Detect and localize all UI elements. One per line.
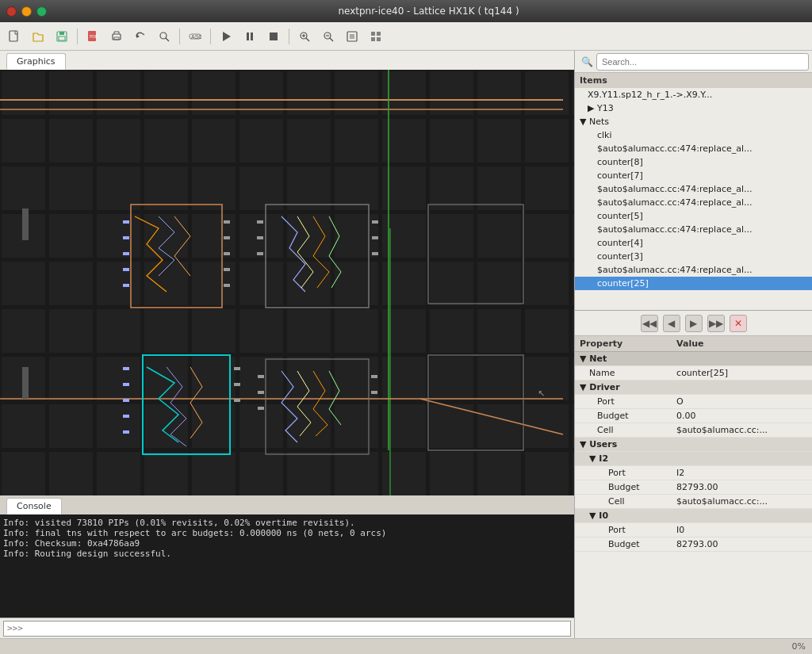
close-button[interactable] bbox=[6, 6, 17, 17]
grid-button[interactable] bbox=[365, 25, 387, 48]
play-button[interactable] bbox=[215, 25, 237, 48]
console-line: Info: visited 73810 PIPs (0.01% revisits… bbox=[3, 518, 571, 528]
first-button[interactable]: ◀◀ bbox=[641, 315, 658, 332]
svg-rect-64 bbox=[234, 367, 240, 370]
prop-subsection-label: ▼ I2 bbox=[575, 452, 812, 466]
svg-rect-62 bbox=[123, 415, 129, 418]
route-button[interactable]: ASG bbox=[184, 25, 206, 48]
svg-rect-56 bbox=[372, 236, 378, 239]
items-tree-section: Items X9.Y11.sp12_h_r_1.->.X9.Y...▶ Y13▼… bbox=[575, 73, 812, 311]
tree-item[interactable]: counter[5] bbox=[575, 209, 812, 223]
svg-rect-63 bbox=[123, 430, 129, 434]
undo-button[interactable] bbox=[129, 25, 151, 48]
property-row: ▼ I2 bbox=[575, 452, 812, 466]
search-input[interactable] bbox=[596, 53, 809, 71]
property-row: Cell$auto$alumacc.cc:... bbox=[575, 423, 812, 438]
save-button[interactable] bbox=[51, 25, 73, 48]
prop-value: 0.00 bbox=[672, 409, 812, 423]
svg-rect-61 bbox=[123, 399, 129, 402]
next-button[interactable]: ▶ bbox=[685, 315, 703, 332]
tree-item[interactable]: $auto$alumacc.cc:474:replace_al... bbox=[575, 223, 812, 236]
tree-item[interactable]: ▶ Y13 bbox=[575, 101, 812, 115]
pdf-button[interactable]: PDF bbox=[82, 25, 104, 48]
svg-rect-70 bbox=[258, 407, 264, 410]
fit-button[interactable] bbox=[341, 25, 363, 48]
console-input[interactable] bbox=[3, 621, 571, 637]
svg-rect-72 bbox=[371, 391, 377, 394]
tree-item[interactable]: counter[4] bbox=[575, 236, 812, 250]
tab-console[interactable]: Console bbox=[6, 498, 62, 514]
svg-rect-41 bbox=[123, 220, 129, 224]
sep3 bbox=[210, 29, 211, 44]
prop-value: 82793.00 bbox=[672, 537, 812, 552]
canvas-area[interactable]: ↖ bbox=[0, 70, 574, 495]
svg-rect-26 bbox=[371, 32, 375, 36]
svg-rect-29 bbox=[377, 37, 381, 41]
search-icon: 🔍 bbox=[578, 56, 593, 67]
tree-item[interactable]: counter[25] bbox=[575, 277, 812, 290]
svg-rect-14 bbox=[247, 33, 249, 40]
prev-button[interactable]: ◀ bbox=[663, 315, 680, 332]
open-button[interactable] bbox=[27, 25, 49, 48]
svg-rect-0 bbox=[10, 31, 17, 41]
tree-item[interactable]: X9.Y11.sp12_h_r_1.->.X9.Y... bbox=[575, 88, 812, 101]
maximize-button[interactable] bbox=[36, 6, 47, 17]
bottom-panel: Console Info: visited 73810 PIPs (0.01% … bbox=[0, 495, 574, 638]
svg-rect-48 bbox=[224, 252, 230, 255]
zoom-in-button[interactable] bbox=[293, 25, 316, 48]
console-tab-bar: Console bbox=[0, 495, 574, 514]
svg-rect-6 bbox=[113, 34, 121, 40]
properties-table: Property Value ▼ NetNamecounter[25]▼ Dri… bbox=[575, 336, 812, 552]
tree-item[interactable]: counter[7] bbox=[575, 169, 812, 182]
tree-item[interactable]: counter[3] bbox=[575, 250, 812, 263]
svg-rect-15 bbox=[251, 33, 253, 40]
svg-rect-54 bbox=[257, 252, 263, 255]
last-button[interactable]: ▶▶ bbox=[707, 315, 725, 332]
svg-rect-25 bbox=[350, 34, 354, 39]
minimize-button[interactable] bbox=[21, 6, 32, 17]
tab-graphics[interactable]: Graphics bbox=[6, 53, 66, 70]
prop-value: counter[25] bbox=[672, 366, 812, 381]
svg-rect-76 bbox=[22, 367, 29, 399]
tree-item[interactable]: ▼ Nets bbox=[575, 115, 812, 128]
svg-rect-71 bbox=[371, 375, 377, 378]
console-line: Info: Routing design successful. bbox=[3, 549, 571, 559]
prop-key: Budget bbox=[575, 409, 672, 423]
titlebar: nextpnr-ice40 - Lattice HX1K ( tq144 ) bbox=[0, 0, 812, 22]
property-row: PortI2 bbox=[575, 466, 812, 480]
tree-item[interactable]: clki bbox=[575, 128, 812, 142]
property-row: ▼ I0 bbox=[575, 509, 812, 523]
svg-rect-47 bbox=[224, 236, 230, 239]
prop-value: $auto$alumacc.cc:... bbox=[672, 423, 812, 438]
tree-item[interactable]: $auto$alumacc.cc:474:replace_al... bbox=[575, 263, 812, 277]
sep1 bbox=[77, 29, 78, 44]
svg-rect-68 bbox=[258, 375, 264, 378]
tree-item[interactable]: $auto$alumacc.cc:474:replace_al... bbox=[575, 182, 812, 196]
prop-section-label: ▼ Net bbox=[575, 352, 812, 366]
svg-rect-42 bbox=[123, 236, 129, 239]
sep4 bbox=[289, 29, 289, 44]
property-rows: ▼ NetNamecounter[25]▼ DriverPortOBudget0… bbox=[575, 352, 812, 552]
tree-item[interactable]: $auto$alumacc.cc:474:replace_al... bbox=[575, 142, 812, 155]
window-title: nextpnr-ice40 - Lattice HX1K ( tq144 ) bbox=[52, 6, 806, 17]
tree-item[interactable]: $auto$alumacc.cc:474:replace_al... bbox=[575, 196, 812, 209]
svg-line-10 bbox=[166, 38, 169, 41]
tree-item[interactable]: counter[8] bbox=[575, 155, 812, 169]
svg-rect-16 bbox=[270, 33, 278, 40]
items-tree: X9.Y11.sp12_h_r_1.->.X9.Y...▶ Y13▼ Netsc… bbox=[575, 88, 812, 290]
svg-rect-60 bbox=[123, 383, 129, 386]
delete-button[interactable]: ✕ bbox=[730, 315, 747, 332]
svg-rect-55 bbox=[372, 220, 378, 224]
prop-key: Port bbox=[575, 523, 672, 537]
svg-rect-44 bbox=[123, 268, 129, 271]
new-button[interactable] bbox=[3, 25, 25, 48]
search-bar: 🔍 bbox=[575, 51, 812, 73]
svg-rect-27 bbox=[377, 32, 381, 36]
nav-buttons: ◀◀ ◀ ▶ ▶▶ ✕ bbox=[575, 311, 812, 336]
zoom-fit-button[interactable] bbox=[153, 25, 175, 48]
svg-text:PDF: PDF bbox=[90, 34, 98, 39]
stop-button[interactable] bbox=[262, 25, 285, 48]
pause-button[interactable] bbox=[239, 25, 261, 48]
print-button[interactable] bbox=[105, 25, 128, 48]
zoom-out-button[interactable] bbox=[317, 25, 339, 48]
